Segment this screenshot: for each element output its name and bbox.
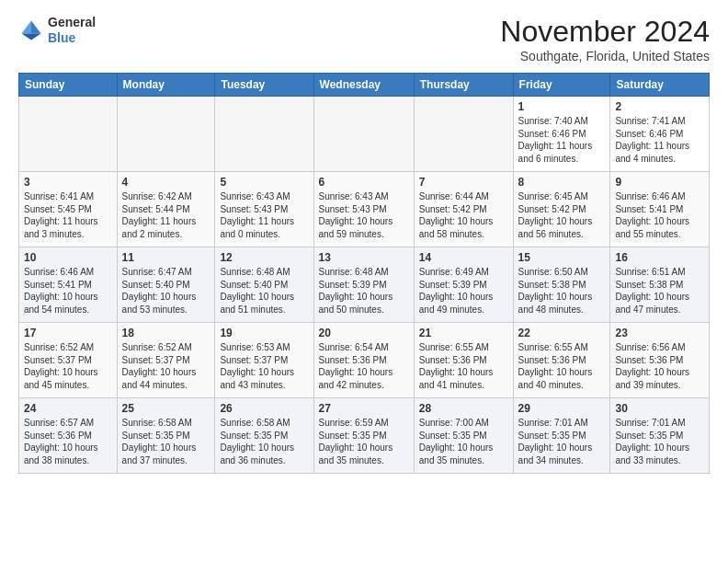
day-number: 24 [24, 402, 112, 415]
day-number: 11 [122, 251, 210, 264]
day-number: 26 [220, 402, 308, 415]
day-number: 13 [319, 251, 409, 264]
calendar-day-cell: 11Sunrise: 6:47 AM Sunset: 5:40 PM Dayli… [117, 247, 215, 323]
calendar-day-cell: 4Sunrise: 6:42 AM Sunset: 5:44 PM Daylig… [117, 172, 215, 247]
day-info: Sunrise: 7:01 AM Sunset: 5:35 PM Dayligh… [615, 417, 704, 466]
weekday-header-cell: Tuesday [215, 74, 313, 97]
day-number: 9 [615, 176, 704, 189]
svg-marker-0 [31, 20, 41, 33]
day-info: Sunrise: 6:50 AM Sunset: 5:38 PM Dayligh… [518, 266, 606, 316]
calendar-day-cell: 2Sunrise: 7:41 AM Sunset: 6:46 PM Daylig… [610, 97, 710, 172]
day-info: Sunrise: 7:00 AM Sunset: 5:35 PM Dayligh… [419, 417, 508, 466]
day-number: 3 [24, 176, 112, 189]
weekday-header-cell: Thursday [414, 74, 513, 97]
weekday-header-cell: Wednesday [313, 74, 414, 97]
calendar-day-cell: 29Sunrise: 7:01 AM Sunset: 5:35 PM Dayli… [513, 398, 610, 474]
weekday-header-cell: Sunday [19, 74, 118, 97]
day-number: 23 [615, 327, 704, 339]
day-info: Sunrise: 6:43 AM Sunset: 5:43 PM Dayligh… [220, 190, 308, 240]
calendar-day-cell: 20Sunrise: 6:54 AM Sunset: 5:36 PM Dayli… [313, 323, 414, 398]
day-number: 29 [518, 402, 606, 415]
calendar-day-cell [19, 97, 118, 172]
day-info: Sunrise: 6:52 AM Sunset: 5:37 PM Dayligh… [122, 341, 210, 391]
day-number: 18 [122, 327, 210, 339]
day-number: 8 [518, 176, 606, 189]
calendar-day-cell [117, 97, 215, 172]
calendar-day-cell: 1Sunrise: 7:40 AM Sunset: 6:46 PM Daylig… [513, 97, 610, 172]
day-info: Sunrise: 6:48 AM Sunset: 5:39 PM Dayligh… [319, 266, 409, 316]
calendar-day-cell: 16Sunrise: 6:51 AM Sunset: 5:38 PM Dayli… [610, 247, 710, 323]
day-info: Sunrise: 6:49 AM Sunset: 5:39 PM Dayligh… [419, 266, 508, 316]
calendar-day-cell: 30Sunrise: 7:01 AM Sunset: 5:35 PM Dayli… [610, 398, 710, 474]
calendar-day-cell: 9Sunrise: 6:46 AM Sunset: 5:41 PM Daylig… [610, 172, 710, 247]
day-info: Sunrise: 6:41 AM Sunset: 5:45 PM Dayligh… [24, 190, 112, 240]
calendar-day-cell: 6Sunrise: 6:43 AM Sunset: 5:43 PM Daylig… [313, 172, 414, 247]
calendar-day-cell: 22Sunrise: 6:55 AM Sunset: 5:36 PM Dayli… [513, 323, 610, 398]
calendar-day-cell [215, 97, 313, 172]
day-number: 1 [518, 100, 606, 113]
day-number: 17 [24, 327, 112, 339]
calendar-day-cell: 7Sunrise: 6:44 AM Sunset: 5:42 PM Daylig… [414, 172, 513, 247]
day-number: 12 [220, 251, 308, 264]
calendar-day-cell: 24Sunrise: 6:57 AM Sunset: 5:36 PM Dayli… [19, 398, 118, 474]
day-info: Sunrise: 7:40 AM Sunset: 6:46 PM Dayligh… [518, 115, 606, 165]
day-number: 16 [615, 251, 704, 264]
calendar-day-cell [414, 97, 513, 172]
calendar-day-cell: 23Sunrise: 6:56 AM Sunset: 5:36 PM Dayli… [610, 323, 710, 398]
day-info: Sunrise: 6:42 AM Sunset: 5:44 PM Dayligh… [122, 190, 210, 240]
day-info: Sunrise: 6:53 AM Sunset: 5:37 PM Dayligh… [220, 341, 308, 391]
calendar-day-cell: 25Sunrise: 6:58 AM Sunset: 5:35 PM Dayli… [117, 398, 215, 474]
header: General Blue November 2024 Southgate, Fl… [18, 15, 710, 63]
day-number: 27 [319, 402, 409, 415]
calendar-week-row: 3Sunrise: 6:41 AM Sunset: 5:45 PM Daylig… [19, 172, 710, 247]
calendar-day-cell: 19Sunrise: 6:53 AM Sunset: 5:37 PM Dayli… [215, 323, 313, 398]
calendar-table: SundayMondayTuesdayWednesdayThursdayFrid… [18, 73, 710, 474]
svg-marker-2 [22, 33, 41, 40]
weekday-header-cell: Friday [513, 74, 610, 97]
calendar-day-cell: 26Sunrise: 6:58 AM Sunset: 5:35 PM Dayli… [215, 398, 313, 474]
day-number: 10 [24, 251, 112, 264]
logo-icon [18, 17, 44, 43]
calendar-body: 1Sunrise: 7:40 AM Sunset: 6:46 PM Daylig… [19, 97, 710, 474]
day-number: 6 [319, 176, 409, 189]
day-info: Sunrise: 6:58 AM Sunset: 5:35 PM Dayligh… [122, 417, 210, 466]
day-info: Sunrise: 6:55 AM Sunset: 5:36 PM Dayligh… [518, 341, 606, 391]
calendar-day-cell: 21Sunrise: 6:55 AM Sunset: 5:36 PM Dayli… [414, 323, 513, 398]
weekday-header-cell: Saturday [610, 74, 710, 97]
day-info: Sunrise: 6:44 AM Sunset: 5:42 PM Dayligh… [419, 190, 508, 240]
day-info: Sunrise: 6:47 AM Sunset: 5:40 PM Dayligh… [122, 266, 210, 316]
day-info: Sunrise: 6:56 AM Sunset: 5:36 PM Dayligh… [615, 341, 704, 391]
day-info: Sunrise: 6:55 AM Sunset: 5:36 PM Dayligh… [419, 341, 508, 391]
weekday-header-cell: Monday [117, 74, 215, 97]
day-info: Sunrise: 6:57 AM Sunset: 5:36 PM Dayligh… [24, 417, 112, 466]
day-info: Sunrise: 6:51 AM Sunset: 5:38 PM Dayligh… [615, 266, 704, 316]
day-info: Sunrise: 6:58 AM Sunset: 5:35 PM Dayligh… [220, 417, 308, 466]
calendar-day-cell: 13Sunrise: 6:48 AM Sunset: 5:39 PM Dayli… [313, 247, 414, 323]
title-block: November 2024 Southgate, Florida, United… [500, 15, 710, 63]
calendar-day-cell [313, 97, 414, 172]
day-number: 22 [518, 327, 606, 339]
day-number: 14 [419, 251, 508, 264]
day-info: Sunrise: 6:45 AM Sunset: 5:42 PM Dayligh… [518, 190, 606, 240]
day-number: 25 [122, 402, 210, 415]
calendar-day-cell: 14Sunrise: 6:49 AM Sunset: 5:39 PM Dayli… [414, 247, 513, 323]
day-number: 7 [419, 176, 508, 189]
calendar-day-cell: 15Sunrise: 6:50 AM Sunset: 5:38 PM Dayli… [513, 247, 610, 323]
day-info: Sunrise: 6:52 AM Sunset: 5:37 PM Dayligh… [24, 341, 112, 391]
location: Southgate, Florida, United States [500, 49, 710, 63]
calendar-day-cell: 18Sunrise: 6:52 AM Sunset: 5:37 PM Dayli… [117, 323, 215, 398]
calendar-week-row: 24Sunrise: 6:57 AM Sunset: 5:36 PM Dayli… [19, 398, 710, 474]
calendar-day-cell: 10Sunrise: 6:46 AM Sunset: 5:41 PM Dayli… [19, 247, 118, 323]
day-info: Sunrise: 6:46 AM Sunset: 5:41 PM Dayligh… [24, 266, 112, 316]
calendar-day-cell: 5Sunrise: 6:43 AM Sunset: 5:43 PM Daylig… [215, 172, 313, 247]
calendar-week-row: 10Sunrise: 6:46 AM Sunset: 5:41 PM Dayli… [19, 247, 710, 323]
day-info: Sunrise: 7:01 AM Sunset: 5:35 PM Dayligh… [518, 417, 606, 466]
month-title: November 2024 [500, 15, 710, 49]
page: General Blue November 2024 Southgate, Fl… [0, 0, 728, 563]
calendar-day-cell: 12Sunrise: 6:48 AM Sunset: 5:40 PM Dayli… [215, 247, 313, 323]
svg-marker-1 [22, 20, 32, 33]
day-info: Sunrise: 6:46 AM Sunset: 5:41 PM Dayligh… [615, 190, 704, 240]
logo-text: General Blue [48, 15, 96, 46]
calendar-day-cell: 27Sunrise: 6:59 AM Sunset: 5:35 PM Dayli… [313, 398, 414, 474]
weekday-header-row: SundayMondayTuesdayWednesdayThursdayFrid… [19, 74, 710, 97]
